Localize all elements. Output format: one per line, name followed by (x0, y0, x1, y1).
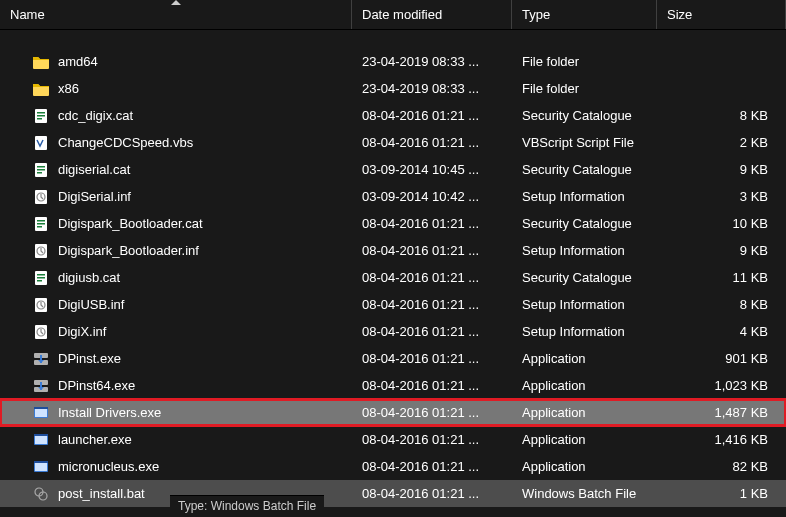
file-name-cell: digiserial.cat (10, 161, 352, 179)
file-row[interactable]: digiserial.cat03-09-2014 10:45 ...Securi… (0, 156, 786, 183)
file-row[interactable]: digiusb.cat08-04-2016 01:21 ...Security … (0, 264, 786, 291)
file-name-cell: DigiSerial.inf (10, 188, 352, 206)
svg-rect-19 (37, 277, 45, 279)
column-header-name[interactable]: Name (0, 0, 352, 29)
file-name-cell: cdc_digix.cat (10, 107, 352, 125)
file-size: 10 KB (657, 216, 786, 231)
column-header-row: Name Date modified Type Size (0, 0, 786, 30)
file-size: 11 KB (657, 270, 786, 285)
file-type: Setup Information (512, 243, 657, 258)
svg-rect-8 (37, 172, 42, 174)
svg-rect-18 (37, 274, 45, 276)
file-date: 08-04-2016 01:21 ... (352, 270, 512, 285)
file-row[interactable]: DigiUSB.inf08-04-2016 01:21 ...Setup Inf… (0, 291, 786, 318)
exe-icon (32, 431, 50, 449)
file-date: 03-09-2014 10:42 ... (352, 189, 512, 204)
file-name-cell: DigiX.inf (10, 323, 352, 341)
file-type: Security Catalogue (512, 216, 657, 231)
file-row[interactable]: amd6423-04-2019 08:33 ...File folder (0, 48, 786, 75)
file-name: digiusb.cat (58, 270, 120, 285)
cat-icon (32, 269, 50, 287)
column-header-label: Size (667, 7, 692, 22)
file-name: post_install.bat (58, 486, 145, 501)
cat-icon (32, 215, 50, 233)
file-size: 82 KB (657, 459, 786, 474)
file-name: ChangeCDCSpeed.vbs (58, 135, 193, 150)
file-type: Application (512, 459, 657, 474)
file-name-cell: DigiUSB.inf (10, 296, 352, 314)
file-row[interactable]: launcher.exe08-04-2016 01:21 ...Applicat… (0, 426, 786, 453)
file-type: Application (512, 405, 657, 420)
file-name: Digispark_Bootloader.cat (58, 216, 203, 231)
exe-icon (32, 458, 50, 476)
column-header-label: Date modified (362, 7, 442, 22)
file-size: 9 KB (657, 162, 786, 177)
file-type: Security Catalogue (512, 162, 657, 177)
file-type: Application (512, 351, 657, 366)
exe-installer-icon (32, 350, 50, 368)
file-list: amd6423-04-2019 08:33 ...File folderx862… (0, 30, 786, 507)
file-name: micronucleus.exe (58, 459, 159, 474)
file-type: Security Catalogue (512, 270, 657, 285)
file-size: 3 KB (657, 189, 786, 204)
file-date: 08-04-2016 01:21 ... (352, 135, 512, 150)
file-name-cell: DPinst64.exe (10, 377, 352, 395)
file-type: VBScript Script File (512, 135, 657, 150)
file-row[interactable]: micronucleus.exe08-04-2016 01:21 ...Appl… (0, 453, 786, 480)
file-name-cell: micronucleus.exe (10, 458, 352, 476)
column-header-type[interactable]: Type (512, 0, 657, 29)
file-row[interactable]: Digispark_Bootloader.inf08-04-2016 01:21… (0, 237, 786, 264)
file-name: Digispark_Bootloader.inf (58, 243, 199, 258)
bat-icon (32, 485, 50, 503)
file-row[interactable]: DigiX.inf08-04-2016 01:21 ...Setup Infor… (0, 318, 786, 345)
svg-rect-14 (37, 226, 42, 228)
file-date: 03-09-2014 10:45 ... (352, 162, 512, 177)
file-name-cell: DPinst.exe (10, 350, 352, 368)
file-row[interactable]: x8623-04-2019 08:33 ...File folder (0, 75, 786, 102)
file-date: 08-04-2016 01:21 ... (352, 351, 512, 366)
column-header-date[interactable]: Date modified (352, 0, 512, 29)
svg-rect-7 (37, 169, 45, 171)
file-type: Application (512, 432, 657, 447)
file-row[interactable]: ChangeCDCSpeed.vbs08-04-2016 01:21 ...VB… (0, 129, 786, 156)
file-type: Setup Information (512, 297, 657, 312)
file-row[interactable]: DPinst.exe08-04-2016 01:21 ...Applicatio… (0, 345, 786, 372)
file-size: 2 KB (657, 135, 786, 150)
sort-ascending-icon (171, 0, 181, 5)
file-name: DigiUSB.inf (58, 297, 124, 312)
file-name: DigiSerial.inf (58, 189, 131, 204)
file-date: 08-04-2016 01:21 ... (352, 432, 512, 447)
file-size: 8 KB (657, 108, 786, 123)
file-row[interactable]: DPinst64.exe08-04-2016 01:21 ...Applicat… (0, 372, 786, 399)
file-row[interactable]: Digispark_Bootloader.cat08-04-2016 01:21… (0, 210, 786, 237)
file-name-cell: Digispark_Bootloader.inf (10, 242, 352, 260)
svg-rect-30 (35, 409, 47, 417)
column-header-size[interactable]: Size (657, 0, 786, 29)
file-name-cell: digiusb.cat (10, 269, 352, 287)
file-size: 8 KB (657, 297, 786, 312)
file-name: digiserial.cat (58, 162, 130, 177)
file-row[interactable]: post_install.bat08-04-2016 01:21 ...Wind… (0, 480, 786, 507)
tooltip: Type: Windows Batch File (170, 495, 324, 516)
file-row[interactable]: cdc_digix.cat08-04-2016 01:21 ...Securit… (0, 102, 786, 129)
file-name: DPinst64.exe (58, 378, 135, 393)
file-date: 23-04-2019 08:33 ... (352, 81, 512, 96)
file-date: 08-04-2016 01:21 ... (352, 324, 512, 339)
file-row[interactable]: DigiSerial.inf03-09-2014 10:42 ...Setup … (0, 183, 786, 210)
folder-icon (32, 53, 50, 71)
file-name-cell: amd64 (10, 53, 352, 71)
file-type: File folder (512, 54, 657, 69)
file-name-cell: launcher.exe (10, 431, 352, 449)
file-row[interactable]: Install Drivers.exe08-04-2016 01:21 ...A… (0, 399, 786, 426)
svg-rect-37 (34, 461, 48, 463)
file-size: 1 KB (657, 486, 786, 501)
tooltip-text: Type: Windows Batch File (178, 499, 316, 513)
file-type: Setup Information (512, 324, 657, 339)
file-name: Install Drivers.exe (58, 405, 161, 420)
file-name-cell: x86 (10, 80, 352, 98)
cat-icon (32, 107, 50, 125)
file-size: 901 KB (657, 351, 786, 366)
svg-rect-12 (37, 220, 45, 222)
exe-icon (32, 404, 50, 422)
exe-installer-icon (32, 377, 50, 395)
